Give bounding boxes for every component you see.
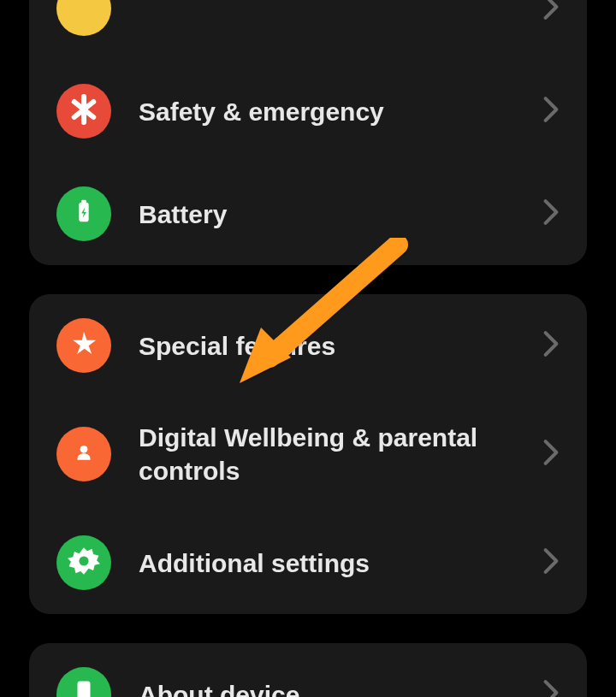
- settings-group: Special features Digital Wellbeing & par…: [29, 294, 587, 614]
- icon-container: [56, 667, 111, 697]
- chevron-right-icon: [542, 679, 560, 697]
- settings-group: Safety & emergency Battery: [29, 0, 587, 265]
- item-label: Special features: [139, 329, 532, 363]
- settings-item-special-features[interactable]: Special features: [29, 294, 587, 397]
- chevron-right-icon: [542, 198, 560, 229]
- star-icon: [69, 329, 98, 362]
- item-label: Additional settings: [139, 546, 532, 580]
- item-label: Digital Wellbeing & parental controls: [139, 421, 532, 487]
- icon-container: [56, 186, 111, 241]
- phone-icon: [68, 677, 99, 697]
- chevron-right-icon: [542, 439, 560, 470]
- svg-rect-4: [78, 682, 91, 698]
- svg-point-2: [80, 446, 88, 453]
- item-label: Safety & emergency: [139, 95, 532, 128]
- icon-container: [56, 0, 111, 36]
- settings-item-additional-settings[interactable]: Additional settings: [29, 511, 587, 614]
- asterisk-icon: [68, 94, 99, 128]
- chevron-right-icon: [542, 330, 560, 361]
- icon-container: [56, 318, 111, 373]
- icon-container: [56, 84, 111, 139]
- icon-container: [56, 427, 111, 481]
- settings-item-digital-wellbeing[interactable]: Digital Wellbeing & parental controls: [29, 397, 587, 511]
- icon-container: [56, 535, 111, 590]
- svg-rect-1: [81, 200, 86, 204]
- settings-item-about-device[interactable]: About device: [29, 643, 587, 697]
- chevron-right-icon: [542, 0, 560, 24]
- chevron-right-icon: [542, 96, 560, 127]
- gear-icon: [68, 545, 100, 581]
- settings-group: About device: [29, 643, 587, 697]
- heart-icon: [71, 440, 97, 469]
- settings-item-hidden[interactable]: [29, 0, 587, 60]
- settings-item-safety-emergency[interactable]: Safety & emergency: [29, 60, 587, 162]
- svg-point-3: [79, 556, 88, 565]
- item-label: About device: [139, 678, 532, 698]
- battery-icon: [69, 198, 98, 230]
- settings-item-battery[interactable]: Battery: [29, 162, 587, 265]
- chevron-right-icon: [542, 547, 560, 578]
- item-label: Battery: [139, 198, 532, 231]
